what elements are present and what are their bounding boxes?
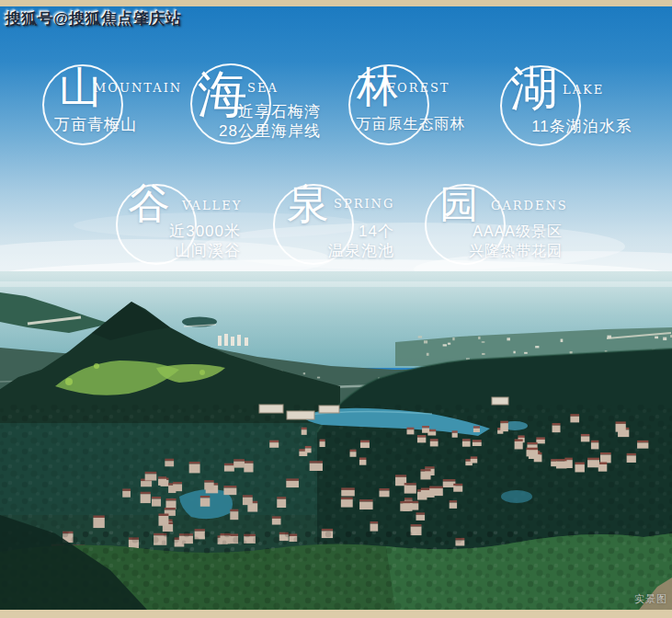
badge-char: 谷 bbox=[128, 182, 170, 224]
badge-subtitle: 14个温泉泡池 bbox=[284, 222, 394, 260]
badge-en-label: GARDENS bbox=[491, 199, 568, 212]
badge-en-label: VALLEY bbox=[182, 199, 242, 212]
badge-subtitle: 万亩青梅山 bbox=[40, 116, 151, 134]
badge-subtitle: 11条湖泊水系 bbox=[527, 118, 637, 136]
sohu-watermark: 搜狐号@搜狐焦点肇庆站 bbox=[6, 8, 182, 29]
badge-subtitle: 万亩原生态雨林 bbox=[351, 115, 471, 133]
badge-subtitle: 近享石梅湾28公里海岸线 bbox=[211, 102, 321, 141]
badge-char: 湖 bbox=[509, 63, 559, 113]
feature-badge-gardens: 园 GARDENS AAAA级景区兴隆热带花园 bbox=[423, 182, 616, 303]
badge-char: 泉 bbox=[287, 182, 329, 224]
badge-en-label: SPRING bbox=[334, 197, 394, 211]
promo-image: 搜狐号@搜狐焦点肇庆站 实景图 山 MOUNTAIN 万亩青梅山 海 SEA 近… bbox=[0, 0, 672, 618]
top-border-strip bbox=[0, 0, 672, 6]
badge-en-label: FOREST bbox=[387, 81, 450, 95]
badge-char: 园 bbox=[439, 184, 479, 224]
bottom-border-strip bbox=[0, 610, 672, 618]
photo-label-watermark: 实景图 bbox=[634, 592, 667, 606]
feature-badge-lake: 湖 LAKE 11条湖泊水系 bbox=[498, 63, 672, 185]
badge-en-label: LAKE bbox=[563, 83, 604, 97]
badge-subtitle: AAAA级景区兴隆热带花园 bbox=[450, 222, 563, 260]
badge-en-label: MOUNTAIN bbox=[94, 81, 182, 95]
badge-en-label: SEA bbox=[247, 81, 279, 95]
badge-subtitle: 近3000米山间溪谷 bbox=[131, 222, 241, 260]
